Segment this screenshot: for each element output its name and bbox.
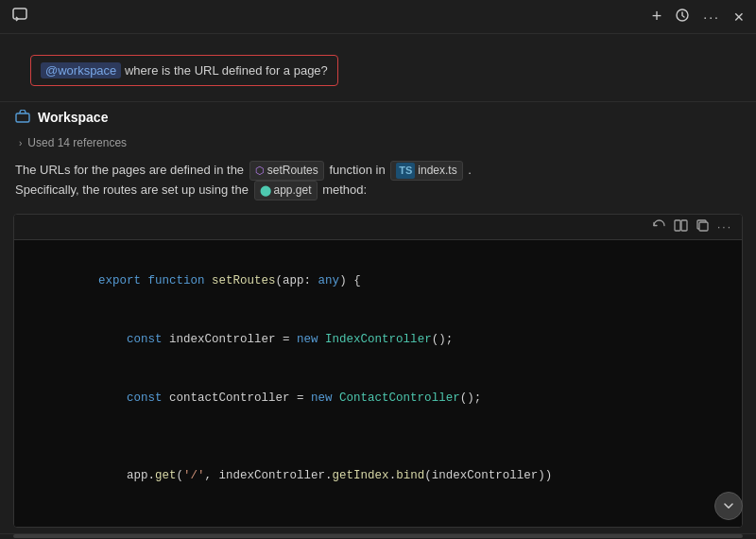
references-chevron-icon: › [19, 138, 22, 148]
references-text: Used 14 references [27, 136, 127, 149]
code-toolbar: ··· [14, 215, 742, 240]
code-line-3 [27, 427, 729, 447]
add-button[interactable]: + [652, 7, 662, 26]
scroll-down-button[interactable] [714, 492, 743, 520]
chat-scroll-area[interactable]: @workspace where is the URL defined for … [0, 34, 756, 539]
response-text: The URLs for the pages are defined in th… [0, 157, 756, 208]
topbar-right: + ··· ✕ [652, 7, 745, 26]
badge-appget[interactable]: ⬤ app.get [254, 181, 318, 200]
topbar-left [11, 7, 28, 27]
workspace-block: Workspace [0, 101, 756, 132]
code-block-container: ··· export function setRoutes(app: any) … [13, 214, 743, 527]
svg-rect-0 [13, 9, 26, 19]
references-row[interactable]: › Used 14 references [0, 132, 756, 157]
user-message: @workspace where is the URL defined for … [30, 55, 338, 86]
ts-icon: TS [396, 163, 415, 180]
badge-appget-label: app.get [274, 182, 312, 200]
code-scrollbar[interactable] [0, 533, 756, 539]
workspace-tag: @workspace [41, 62, 121, 78]
svg-rect-2 [16, 113, 29, 122]
close-button[interactable]: ✕ [733, 9, 745, 25]
more-code-button[interactable]: ··· [717, 220, 732, 234]
code-line-2: const contactController = new ContactCon… [27, 369, 729, 427]
main-content: @workspace where is the URL defined for … [0, 34, 756, 539]
response-function-text: function in [329, 163, 388, 177]
scrollbar-track [13, 534, 743, 538]
svg-rect-5 [699, 222, 708, 231]
copy-button[interactable] [696, 218, 710, 235]
badge-indexts-label: index.ts [418, 162, 456, 180]
svg-rect-3 [675, 220, 680, 231]
user-message-body: where is the URL defined for a page? [121, 63, 328, 78]
response-line1-prefix: The URLs for the pages are defined in th… [15, 163, 248, 177]
response-period: . [468, 163, 472, 177]
code-line-0: export function setRoutes(app: any) { [27, 252, 729, 310]
appget-icon: ⬤ [260, 183, 271, 200]
code-block: export function setRoutes(app: any) { co… [14, 240, 742, 527]
topbar: + ··· ✕ [0, 0, 756, 34]
svg-rect-4 [681, 220, 687, 231]
code-line-4: app.get('/', indexController.getIndex.bi… [27, 447, 729, 506]
response-line2-suffix: method: [322, 183, 367, 197]
rerun-button[interactable] [652, 218, 666, 235]
badge-setRoutes[interactable]: ⬡ setRoutes [249, 161, 324, 181]
user-message-wrapper: @workspace where is the URL defined for … [0, 34, 756, 101]
code-line-5: app.get('/contact', contactController.ge… [27, 506, 729, 528]
split-button[interactable] [674, 218, 688, 235]
badge-indexts[interactable]: TS index.ts [390, 161, 462, 181]
workspace-block-icon [15, 110, 30, 125]
chat-icon [11, 7, 28, 27]
more-button[interactable]: ··· [703, 9, 720, 25]
code-line-1: const indexController = new IndexControl… [27, 310, 729, 369]
workspace-block-label: Workspace [38, 110, 108, 125]
badge-setRoutes-label: setRoutes [267, 162, 318, 180]
response-line2-prefix: Specifically, the routes are set up usin… [15, 183, 252, 197]
history-button[interactable] [675, 8, 690, 26]
setroutes-icon: ⬡ [255, 163, 265, 180]
